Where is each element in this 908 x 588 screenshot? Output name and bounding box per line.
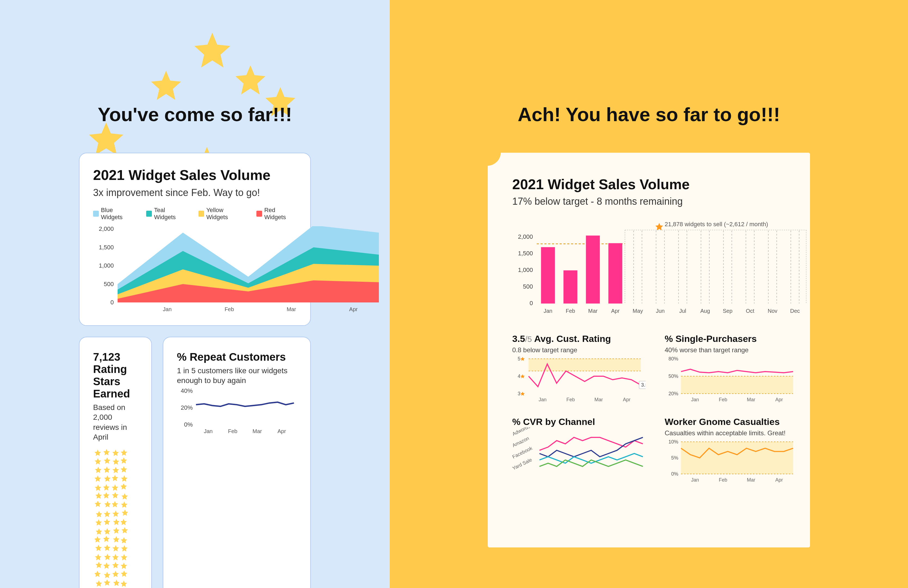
right-cvr-mini: % CVR by Channel AdwordsAmazonFacebookYa… — [512, 417, 646, 484]
svg-text:4: 4 — [518, 374, 520, 379]
svg-text:Oct: Oct — [746, 308, 755, 314]
svg-text:Jun: Jun — [656, 308, 665, 314]
svg-text:5%: 5% — [671, 455, 678, 461]
svg-text:Jan: Jan — [544, 308, 552, 314]
svg-text:Feb: Feb — [567, 397, 575, 402]
right-bar-chart: 21,878 widgets to sell (~2,612 / month)0… — [512, 218, 811, 316]
svg-text:Jan: Jan — [163, 306, 171, 312]
casualties-mini: Worker Gnome Casualties Casualties withi… — [665, 417, 798, 484]
svg-text:Mar: Mar — [747, 397, 755, 402]
star-icon — [151, 71, 181, 100]
repeat-title: % Repeat Customers — [177, 351, 297, 363]
svg-text:3.5: 3.5 — [641, 382, 646, 388]
rating-mini: 3.5/5 Avg. Cust. Rating 0.8 below target… — [512, 333, 646, 404]
stars-card: 7,123 Rating Stars Earned Based on 2,000… — [79, 337, 152, 588]
svg-text:10%: 10% — [668, 439, 678, 445]
svg-text:3: 3 — [518, 391, 520, 396]
stars-sub: Based on 2,000 reviews in April — [93, 403, 138, 442]
right-card: 2021 Widget Sales Volume 17% below targe… — [488, 153, 810, 548]
single-sub: 40% worse than target range — [665, 346, 798, 354]
svg-text:Apr: Apr — [349, 306, 357, 312]
svg-text:Mar: Mar — [594, 397, 603, 402]
rating-sub: 0.8 below target range — [512, 346, 646, 354]
svg-text:2,000: 2,000 — [518, 233, 533, 240]
svg-rect-75 — [681, 376, 793, 394]
svg-text:Mar: Mar — [287, 306, 296, 312]
right-cvr-title: % CVR by Channel — [512, 417, 646, 427]
svg-text:Jan: Jan — [204, 428, 213, 434]
right-cvr-chart: AdwordsAmazonFacebookYard Sale — [512, 427, 646, 479]
right-casualties-chart: 0%5%10%JanFebMarApr — [665, 437, 798, 483]
svg-text:Apr: Apr — [277, 428, 286, 434]
casualties-title: Worker Gnome Casualties — [665, 417, 798, 427]
left-area-chart: 05001,0001,5002,000JanFebMarApr — [93, 226, 382, 313]
svg-text:500: 500 — [104, 281, 114, 287]
svg-text:Jul: Jul — [679, 308, 686, 314]
svg-text:Mar: Mar — [588, 308, 598, 314]
svg-text:Adwords: Adwords — [512, 427, 531, 437]
repeat-sub: 1 in 5 customers like our widgets enough… — [177, 366, 297, 386]
svg-text:Jan: Jan — [691, 397, 699, 402]
svg-text:40%: 40% — [181, 387, 193, 394]
svg-text:50%: 50% — [668, 374, 678, 379]
rating-title: 3.5/5 Avg. Cust. Rating — [512, 333, 646, 344]
svg-text:Dec: Dec — [790, 308, 800, 314]
svg-text:0: 0 — [111, 299, 114, 306]
svg-text:Nov: Nov — [768, 308, 778, 314]
svg-text:0: 0 — [530, 300, 533, 306]
stars-scatter — [93, 442, 138, 588]
svg-text:500: 500 — [523, 283, 533, 290]
svg-text:Jan: Jan — [539, 397, 547, 402]
svg-rect-34 — [609, 243, 622, 303]
svg-text:Feb: Feb — [225, 306, 234, 312]
star-icon — [194, 33, 230, 68]
svg-rect-31 — [541, 247, 555, 303]
svg-text:Yard Sale: Yard Sale — [512, 457, 533, 471]
svg-text:1,500: 1,500 — [518, 250, 533, 257]
svg-text:Feb: Feb — [719, 397, 727, 402]
svg-text:2,000: 2,000 — [99, 226, 114, 232]
svg-text:0%: 0% — [671, 471, 678, 477]
svg-rect-89 — [681, 442, 793, 474]
svg-text:Sep: Sep — [723, 308, 733, 314]
svg-text:Apr: Apr — [775, 397, 783, 402]
left-heading: You've come so far!!! — [0, 103, 390, 126]
left-main-title: 2021 Widget Sales Volume — [93, 167, 297, 183]
stars-title: 7,123 Rating Stars Earned — [93, 351, 138, 400]
left-area-legend: Blue Widgets Teal Widgets Yellow Widgets… — [93, 206, 297, 221]
svg-text:Apr: Apr — [775, 477, 783, 483]
svg-rect-33 — [586, 235, 600, 303]
star-icon — [89, 122, 123, 155]
svg-text:Jan: Jan — [691, 477, 699, 483]
left-main-card: 2021 Widget Sales Volume 3x improvement … — [79, 153, 311, 326]
repeat-card: % Repeat Customers 1 in 5 customers like… — [163, 337, 311, 588]
svg-text:Aug: Aug — [700, 308, 710, 314]
svg-text:1,500: 1,500 — [99, 244, 114, 251]
panel-right: Ach! You have so far to go!!! 2021 Widge… — [390, 0, 908, 588]
svg-text:Feb: Feb — [566, 308, 575, 314]
panel-left: You've come so far!!! 2021 Widget Sales … — [0, 0, 390, 588]
svg-text:1,000: 1,000 — [518, 266, 533, 273]
svg-text:Apr: Apr — [623, 397, 630, 402]
single-mini: % Single-Purchasers 40% worse than targe… — [665, 333, 798, 404]
left-main-subtitle: 3x improvement since Feb. Way to go! — [93, 187, 297, 198]
svg-text:May: May — [633, 308, 643, 314]
svg-text:21,878 widgets to sell (~2,612: 21,878 widgets to sell (~2,612 / month) — [665, 221, 768, 227]
svg-text:Mar: Mar — [253, 428, 262, 434]
right-rating-chart: 345JanFebMarApr3.5 — [512, 354, 646, 403]
right-main-title: 2021 Widget Sales Volume — [512, 176, 786, 192]
svg-text:80%: 80% — [668, 356, 678, 361]
svg-text:Apr: Apr — [611, 308, 620, 314]
star-icon — [235, 65, 266, 95]
right-single-chart: 20%50%80%JanFebMarApr — [665, 354, 798, 403]
svg-text:0%: 0% — [184, 421, 193, 428]
right-heading: Ach! You have so far to go!!! — [390, 103, 908, 126]
svg-rect-32 — [563, 270, 577, 303]
svg-text:Feb: Feb — [228, 428, 237, 434]
left-repeat-chart: 0%20%40%JanFebMarApr — [177, 386, 297, 435]
casualties-sub: Casualties within acceptable limits. Gre… — [665, 429, 798, 437]
svg-text:Mar: Mar — [747, 477, 755, 483]
svg-text:5: 5 — [518, 356, 520, 361]
svg-text:20%: 20% — [181, 404, 193, 411]
svg-text:20%: 20% — [668, 391, 678, 396]
